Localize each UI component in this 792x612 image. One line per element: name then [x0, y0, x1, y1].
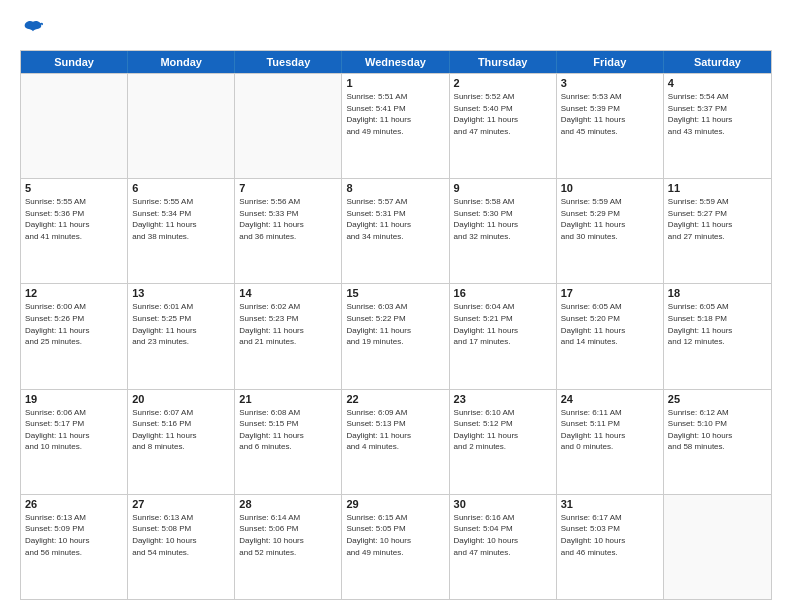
logo: [20, 18, 44, 40]
day-info-17: Sunrise: 6:05 AM Sunset: 5:20 PM Dayligh…: [561, 301, 659, 347]
day-number-11: 11: [668, 182, 767, 194]
weekday-header-friday: Friday: [557, 51, 664, 73]
calendar: SundayMondayTuesdayWednesdayThursdayFrid…: [20, 50, 772, 600]
day-info-13: Sunrise: 6:01 AM Sunset: 5:25 PM Dayligh…: [132, 301, 230, 347]
calendar-row-3: 19Sunrise: 6:06 AM Sunset: 5:17 PM Dayli…: [21, 389, 771, 494]
day-number-31: 31: [561, 498, 659, 510]
day-cell-4: 4Sunrise: 5:54 AM Sunset: 5:37 PM Daylig…: [664, 74, 771, 178]
day-info-9: Sunrise: 5:58 AM Sunset: 5:30 PM Dayligh…: [454, 196, 552, 242]
day-cell-29: 29Sunrise: 6:15 AM Sunset: 5:05 PM Dayli…: [342, 495, 449, 599]
day-cell-31: 31Sunrise: 6:17 AM Sunset: 5:03 PM Dayli…: [557, 495, 664, 599]
day-number-17: 17: [561, 287, 659, 299]
day-number-28: 28: [239, 498, 337, 510]
day-cell-8: 8Sunrise: 5:57 AM Sunset: 5:31 PM Daylig…: [342, 179, 449, 283]
day-info-29: Sunrise: 6:15 AM Sunset: 5:05 PM Dayligh…: [346, 512, 444, 558]
day-info-3: Sunrise: 5:53 AM Sunset: 5:39 PM Dayligh…: [561, 91, 659, 137]
day-info-22: Sunrise: 6:09 AM Sunset: 5:13 PM Dayligh…: [346, 407, 444, 453]
calendar-row-2: 12Sunrise: 6:00 AM Sunset: 5:26 PM Dayli…: [21, 283, 771, 388]
day-info-6: Sunrise: 5:55 AM Sunset: 5:34 PM Dayligh…: [132, 196, 230, 242]
day-cell-30: 30Sunrise: 6:16 AM Sunset: 5:04 PM Dayli…: [450, 495, 557, 599]
day-info-4: Sunrise: 5:54 AM Sunset: 5:37 PM Dayligh…: [668, 91, 767, 137]
day-number-21: 21: [239, 393, 337, 405]
day-cell-15: 15Sunrise: 6:03 AM Sunset: 5:22 PM Dayli…: [342, 284, 449, 388]
day-info-15: Sunrise: 6:03 AM Sunset: 5:22 PM Dayligh…: [346, 301, 444, 347]
weekday-header-sunday: Sunday: [21, 51, 128, 73]
day-info-1: Sunrise: 5:51 AM Sunset: 5:41 PM Dayligh…: [346, 91, 444, 137]
calendar-row-0: 1Sunrise: 5:51 AM Sunset: 5:41 PM Daylig…: [21, 73, 771, 178]
day-cell-16: 16Sunrise: 6:04 AM Sunset: 5:21 PM Dayli…: [450, 284, 557, 388]
day-number-23: 23: [454, 393, 552, 405]
day-cell-14: 14Sunrise: 6:02 AM Sunset: 5:23 PM Dayli…: [235, 284, 342, 388]
day-number-29: 29: [346, 498, 444, 510]
weekday-header-thursday: Thursday: [450, 51, 557, 73]
day-info-12: Sunrise: 6:00 AM Sunset: 5:26 PM Dayligh…: [25, 301, 123, 347]
day-number-15: 15: [346, 287, 444, 299]
day-info-11: Sunrise: 5:59 AM Sunset: 5:27 PM Dayligh…: [668, 196, 767, 242]
day-info-27: Sunrise: 6:13 AM Sunset: 5:08 PM Dayligh…: [132, 512, 230, 558]
day-cell-6: 6Sunrise: 5:55 AM Sunset: 5:34 PM Daylig…: [128, 179, 235, 283]
day-cell-19: 19Sunrise: 6:06 AM Sunset: 5:17 PM Dayli…: [21, 390, 128, 494]
day-cell-2: 2Sunrise: 5:52 AM Sunset: 5:40 PM Daylig…: [450, 74, 557, 178]
day-number-14: 14: [239, 287, 337, 299]
day-number-25: 25: [668, 393, 767, 405]
day-info-26: Sunrise: 6:13 AM Sunset: 5:09 PM Dayligh…: [25, 512, 123, 558]
day-info-23: Sunrise: 6:10 AM Sunset: 5:12 PM Dayligh…: [454, 407, 552, 453]
day-cell-11: 11Sunrise: 5:59 AM Sunset: 5:27 PM Dayli…: [664, 179, 771, 283]
day-number-22: 22: [346, 393, 444, 405]
day-cell-27: 27Sunrise: 6:13 AM Sunset: 5:08 PM Dayli…: [128, 495, 235, 599]
day-info-10: Sunrise: 5:59 AM Sunset: 5:29 PM Dayligh…: [561, 196, 659, 242]
day-cell-25: 25Sunrise: 6:12 AM Sunset: 5:10 PM Dayli…: [664, 390, 771, 494]
day-cell-24: 24Sunrise: 6:11 AM Sunset: 5:11 PM Dayli…: [557, 390, 664, 494]
day-info-20: Sunrise: 6:07 AM Sunset: 5:16 PM Dayligh…: [132, 407, 230, 453]
header: [20, 18, 772, 40]
day-info-14: Sunrise: 6:02 AM Sunset: 5:23 PM Dayligh…: [239, 301, 337, 347]
day-cell-17: 17Sunrise: 6:05 AM Sunset: 5:20 PM Dayli…: [557, 284, 664, 388]
day-info-30: Sunrise: 6:16 AM Sunset: 5:04 PM Dayligh…: [454, 512, 552, 558]
day-cell-10: 10Sunrise: 5:59 AM Sunset: 5:29 PM Dayli…: [557, 179, 664, 283]
day-number-10: 10: [561, 182, 659, 194]
day-cell-20: 20Sunrise: 6:07 AM Sunset: 5:16 PM Dayli…: [128, 390, 235, 494]
day-number-26: 26: [25, 498, 123, 510]
day-number-30: 30: [454, 498, 552, 510]
day-number-3: 3: [561, 77, 659, 89]
day-number-6: 6: [132, 182, 230, 194]
day-number-20: 20: [132, 393, 230, 405]
empty-cell-r4c6: [664, 495, 771, 599]
logo-bird-icon: [22, 18, 44, 40]
day-number-27: 27: [132, 498, 230, 510]
day-number-18: 18: [668, 287, 767, 299]
day-cell-1: 1Sunrise: 5:51 AM Sunset: 5:41 PM Daylig…: [342, 74, 449, 178]
day-cell-26: 26Sunrise: 6:13 AM Sunset: 5:09 PM Dayli…: [21, 495, 128, 599]
day-info-8: Sunrise: 5:57 AM Sunset: 5:31 PM Dayligh…: [346, 196, 444, 242]
day-number-9: 9: [454, 182, 552, 194]
day-cell-5: 5Sunrise: 5:55 AM Sunset: 5:36 PM Daylig…: [21, 179, 128, 283]
day-number-16: 16: [454, 287, 552, 299]
day-info-18: Sunrise: 6:05 AM Sunset: 5:18 PM Dayligh…: [668, 301, 767, 347]
day-number-8: 8: [346, 182, 444, 194]
day-info-25: Sunrise: 6:12 AM Sunset: 5:10 PM Dayligh…: [668, 407, 767, 453]
calendar-body: 1Sunrise: 5:51 AM Sunset: 5:41 PM Daylig…: [21, 73, 771, 599]
day-cell-13: 13Sunrise: 6:01 AM Sunset: 5:25 PM Dayli…: [128, 284, 235, 388]
weekday-header-wednesday: Wednesday: [342, 51, 449, 73]
day-number-12: 12: [25, 287, 123, 299]
day-cell-28: 28Sunrise: 6:14 AM Sunset: 5:06 PM Dayli…: [235, 495, 342, 599]
day-cell-12: 12Sunrise: 6:00 AM Sunset: 5:26 PM Dayli…: [21, 284, 128, 388]
day-cell-21: 21Sunrise: 6:08 AM Sunset: 5:15 PM Dayli…: [235, 390, 342, 494]
day-info-16: Sunrise: 6:04 AM Sunset: 5:21 PM Dayligh…: [454, 301, 552, 347]
day-number-7: 7: [239, 182, 337, 194]
day-info-31: Sunrise: 6:17 AM Sunset: 5:03 PM Dayligh…: [561, 512, 659, 558]
day-number-24: 24: [561, 393, 659, 405]
page: SundayMondayTuesdayWednesdayThursdayFrid…: [0, 0, 792, 612]
day-info-5: Sunrise: 5:55 AM Sunset: 5:36 PM Dayligh…: [25, 196, 123, 242]
empty-cell-r0c1: [128, 74, 235, 178]
day-number-1: 1: [346, 77, 444, 89]
day-info-21: Sunrise: 6:08 AM Sunset: 5:15 PM Dayligh…: [239, 407, 337, 453]
day-number-19: 19: [25, 393, 123, 405]
weekday-header-tuesday: Tuesday: [235, 51, 342, 73]
day-info-7: Sunrise: 5:56 AM Sunset: 5:33 PM Dayligh…: [239, 196, 337, 242]
day-cell-9: 9Sunrise: 5:58 AM Sunset: 5:30 PM Daylig…: [450, 179, 557, 283]
empty-cell-r0c2: [235, 74, 342, 178]
day-cell-18: 18Sunrise: 6:05 AM Sunset: 5:18 PM Dayli…: [664, 284, 771, 388]
day-number-4: 4: [668, 77, 767, 89]
day-number-2: 2: [454, 77, 552, 89]
